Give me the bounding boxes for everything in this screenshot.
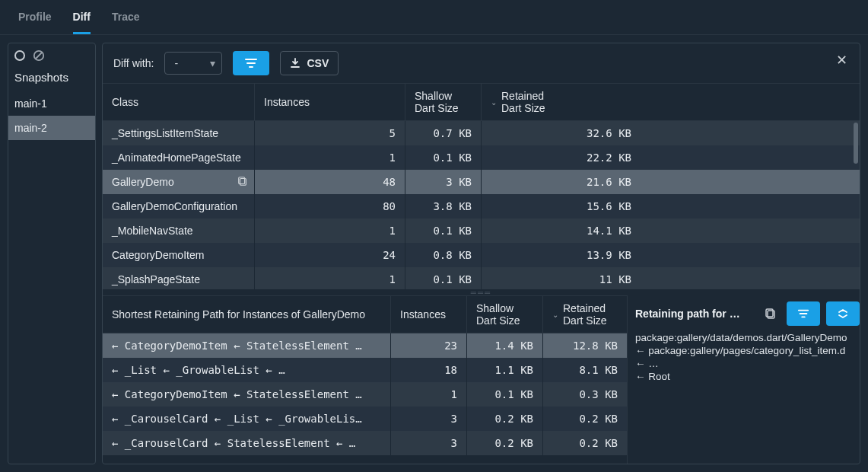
- table-row[interactable]: ← CategoryDemoItem ← StatelessElement …1…: [103, 382, 627, 407]
- table-row[interactable]: ← _CarouselCard ← _List ← _GrowableLis…3…: [103, 407, 627, 431]
- class-name-cell: CategoryDemoItem: [103, 243, 255, 267]
- retained-cell: 13.9 KB: [482, 243, 860, 267]
- instances-cell: 80: [255, 194, 405, 218]
- instances-cell: 5: [255, 121, 405, 145]
- shallow-cell: 1.4 KB: [467, 333, 543, 358]
- csv-label: CSV: [307, 57, 329, 69]
- col-shallow[interactable]: Shallow Dart Size: [405, 84, 482, 120]
- col-retained[interactable]: ⌄ Retained Dart Size: [482, 84, 860, 120]
- class-name-cell: _MobileNavState: [103, 218, 255, 243]
- path-cell: ← CategoryDemoItem ← StatelessElement …: [103, 382, 391, 407]
- copy-icon[interactable]: [237, 176, 248, 189]
- retained-cell: 11 KB: [482, 267, 860, 289]
- detail-line: package:gallery/data/demos.dart/GalleryD…: [635, 332, 860, 343]
- path-cell: ← CategoryDemoItem ← StatelessElement …: [103, 333, 391, 358]
- table-row[interactable]: GalleryDemoConfiguration803.8 KB15.6 KB: [103, 194, 860, 218]
- retained-cell: 0.2 KB: [543, 431, 627, 455]
- shallow-cell: 3 KB: [405, 170, 482, 194]
- svg-line-1: [36, 53, 42, 59]
- class-name-cell: _SettingsListItemState: [103, 121, 255, 145]
- table-row[interactable]: GalleryDemo483 KB21.6 KB: [103, 170, 860, 194]
- retained-cell: 8.1 KB: [543, 358, 627, 382]
- shallow-cell: 0.8 KB: [405, 243, 482, 267]
- csv-button[interactable]: CSV: [280, 51, 339, 75]
- retained-cell: 12.8 KB: [543, 333, 627, 358]
- instances-cell: 1: [255, 145, 405, 170]
- path-cell: ← _List ← _GrowableList ← …: [103, 358, 391, 382]
- table-row[interactable]: _SettingsListItemState50.7 KB32.6 KB: [103, 121, 860, 145]
- detail-line: ← …: [635, 358, 860, 369]
- instances-cell: 1: [255, 218, 405, 243]
- sort-desc-icon: ⌄: [491, 98, 497, 107]
- table-row[interactable]: _SplashPageState10.1 KB11 KB: [103, 267, 860, 289]
- classes-table-header: Class Instances Shallow Dart Size ⌄ Reta…: [103, 83, 860, 121]
- shallow-cell: 1.1 KB: [467, 358, 543, 382]
- col-path[interactable]: Shortest Retaining Path for Instances of…: [103, 296, 391, 333]
- toolbar: Diff with: - CSV ✕: [103, 43, 860, 83]
- main-panel: Diff with: - CSV ✕ Class Instances Shall…: [102, 43, 860, 464]
- shallow-cell: 0.1 KB: [405, 267, 482, 289]
- table-row[interactable]: _MobileNavState10.1 KB14.1 KB: [103, 218, 860, 243]
- retained-cell: 14.1 KB: [482, 218, 860, 243]
- instances-cell: 3: [391, 431, 467, 455]
- instances-cell: 24: [255, 243, 405, 267]
- retained-cell: 15.6 KB: [482, 194, 860, 218]
- tab-profile[interactable]: Profile: [18, 11, 52, 34]
- scrollbar[interactable]: [854, 123, 858, 164]
- class-name-cell: GalleryDemoConfiguration: [103, 194, 255, 218]
- shallow-cell: 3.8 KB: [405, 194, 482, 218]
- close-button[interactable]: ✕: [834, 53, 849, 68]
- record-icon[interactable]: [14, 50, 25, 61]
- diff-with-dropdown[interactable]: -: [164, 52, 222, 75]
- instances-cell: 48: [255, 170, 405, 194]
- detail-title: Retaining path for …: [635, 308, 755, 320]
- instances-cell: 18: [391, 358, 467, 382]
- detail-filter-button[interactable]: [787, 301, 820, 326]
- class-name-cell: _SplashPageState: [103, 267, 255, 289]
- retained-cell: 0.3 KB: [543, 382, 627, 407]
- table-row[interactable]: CategoryDemoItem240.8 KB13.9 KB: [103, 243, 860, 267]
- sort-desc-icon: ⌄: [552, 311, 558, 319]
- retained-cell: 32.6 KB: [482, 121, 860, 145]
- table-row[interactable]: ← _CarouselCard ← StatelessElement ← …30…: [103, 431, 627, 455]
- snapshots-panel: Snapshots main-1main-2: [8, 43, 96, 464]
- instances-cell: 1: [391, 382, 467, 407]
- snapshot-item[interactable]: main-1: [8, 91, 95, 116]
- shallow-cell: 0.1 KB: [405, 218, 482, 243]
- table-row[interactable]: ← _List ← _GrowableList ← …181.1 KB8.1 K…: [103, 358, 627, 382]
- instances-cell: 3: [391, 407, 467, 431]
- copy-button[interactable]: [761, 304, 781, 324]
- col-instances[interactable]: Instances: [255, 84, 405, 120]
- instances-cell: 1: [255, 267, 405, 289]
- snapshot-item[interactable]: main-2: [8, 116, 95, 140]
- retained-cell: 0.2 KB: [543, 407, 627, 431]
- path-table-header: Shortest Retaining Path for Instances of…: [103, 295, 627, 333]
- detail-line: ← Root: [635, 371, 860, 382]
- snapshots-heading: Snapshots: [8, 68, 95, 91]
- col-path-shallow[interactable]: Shallow Dart Size: [467, 296, 543, 333]
- filter-button[interactable]: [233, 51, 269, 75]
- shallow-cell: 0.1 KB: [467, 382, 543, 407]
- diff-with-label: Diff with:: [113, 57, 154, 69]
- col-path-retained[interactable]: ⌄ Retained Dart Size: [543, 296, 627, 333]
- shallow-cell: 0.1 KB: [405, 145, 482, 170]
- table-row[interactable]: _AnimatedHomePageState10.1 KB22.2 KB: [103, 145, 860, 170]
- col-path-instances[interactable]: Instances: [391, 296, 467, 333]
- tab-trace[interactable]: Trace: [112, 11, 140, 34]
- splitter-horizontal[interactable]: ═══: [103, 289, 860, 295]
- col-class[interactable]: Class: [103, 84, 255, 120]
- top-tabs: Profile Diff Trace: [0, 0, 868, 35]
- retained-cell: 22.2 KB: [482, 145, 860, 170]
- table-row[interactable]: ← CategoryDemoItem ← StatelessElement …2…: [103, 333, 627, 358]
- path-cell: ← _CarouselCard ← _List ← _GrowableLis…: [103, 407, 391, 431]
- tab-diff[interactable]: Diff: [73, 11, 91, 34]
- detail-navigate-button[interactable]: [826, 301, 860, 326]
- instances-cell: 23: [391, 333, 467, 358]
- shallow-cell: 0.2 KB: [467, 431, 543, 455]
- class-name-cell: _AnimatedHomePageState: [103, 145, 255, 170]
- class-name-cell: GalleryDemo: [103, 170, 255, 194]
- detail-line: ← package:gallery/pages/category_list_it…: [635, 345, 860, 356]
- clear-icon[interactable]: [33, 49, 45, 62]
- path-cell: ← _CarouselCard ← StatelessElement ← …: [103, 431, 391, 455]
- retained-cell: 21.6 KB: [482, 170, 860, 194]
